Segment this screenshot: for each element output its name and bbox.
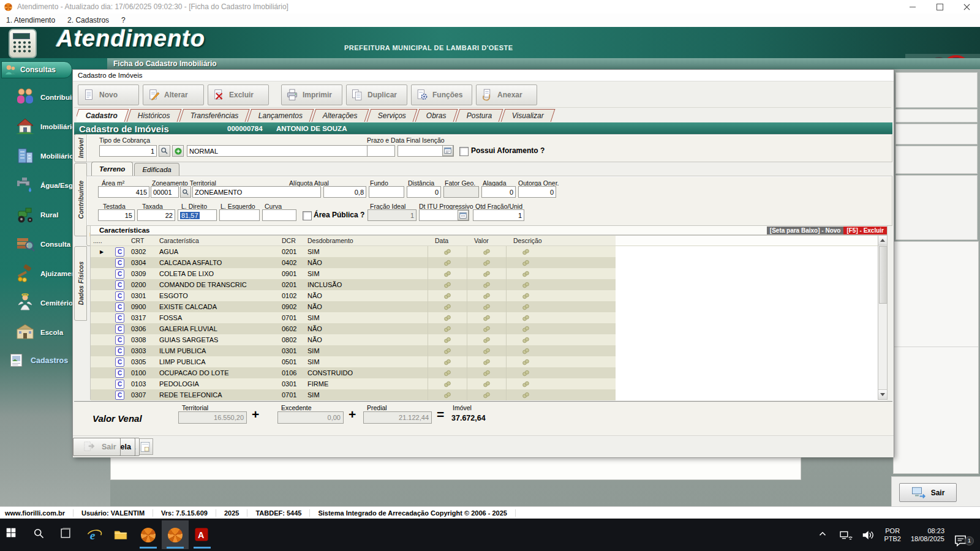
valor-lookup-icon[interactable] bbox=[467, 312, 506, 323]
table-row[interactable]: C 0307 REDE TELEFONICA 0701 SIM bbox=[91, 389, 887, 400]
table-row[interactable]: C 0308 GUIAS SARGETAS 0802 NÃO bbox=[91, 334, 887, 345]
anexar-button[interactable]: Anexar bbox=[476, 84, 537, 105]
tray-chevron-up-icon[interactable] bbox=[817, 528, 831, 542]
tab-visualizar[interactable]: Visualizar bbox=[501, 109, 556, 122]
data-lookup-icon[interactable] bbox=[428, 367, 467, 378]
maximize-button[interactable] bbox=[926, 0, 953, 13]
area-publica-checkbox[interactable] bbox=[303, 211, 312, 220]
tab-edificada[interactable]: Edificada bbox=[134, 163, 179, 176]
task-view-button[interactable] bbox=[54, 520, 81, 549]
menu-help[interactable]: ? bbox=[115, 16, 132, 24]
data-lookup-icon[interactable] bbox=[428, 268, 467, 279]
tab-servicos[interactable]: Serviços bbox=[367, 109, 418, 122]
tab-postura[interactable]: Postura bbox=[455, 109, 503, 122]
table-row[interactable]: C 0302 AGUA 0201 SIM bbox=[91, 246, 887, 257]
valor-lookup-icon[interactable] bbox=[467, 268, 506, 279]
valor-lookup-icon[interactable] bbox=[467, 356, 506, 367]
descricao-lookup-icon[interactable] bbox=[506, 290, 545, 301]
table-row[interactable]: C 0304 CALCADA ASFALTO 0402 NÃO bbox=[91, 257, 887, 268]
descricao-lookup-icon[interactable] bbox=[506, 345, 545, 356]
fiorilli-app-button[interactable] bbox=[135, 520, 162, 549]
descricao-lookup-icon[interactable] bbox=[506, 301, 545, 312]
zoneamento-search-button[interactable] bbox=[180, 186, 191, 198]
clock[interactable]: 08:23 18/08/2025 bbox=[911, 527, 944, 543]
descricao-lookup-icon[interactable] bbox=[506, 257, 545, 268]
minimize-button[interactable] bbox=[899, 0, 926, 13]
fiorilli-app-button-active[interactable] bbox=[162, 520, 189, 549]
table-row[interactable]: C 0100 OCUPACAO DO LOTE 0106 CONSTRUIDO bbox=[91, 367, 887, 378]
excluir-button[interactable]: Excluir bbox=[208, 84, 269, 105]
adobe-reader-button[interactable]: A bbox=[189, 520, 216, 549]
taxada-field[interactable]: 22 bbox=[137, 209, 175, 221]
menu-cadastros[interactable]: 2. Cadastros bbox=[61, 16, 115, 24]
data-isencao-calendar-button[interactable] bbox=[442, 145, 453, 156]
tipo-cobranca-name-field[interactable]: NORMAL bbox=[187, 145, 371, 157]
duplicar-button[interactable]: Duplicar bbox=[346, 84, 407, 105]
tab-obras[interactable]: Obras bbox=[415, 109, 458, 122]
descricao-lookup-icon[interactable] bbox=[506, 246, 545, 257]
start-button[interactable] bbox=[0, 520, 27, 549]
side-tab-imovel[interactable]: Imóvel bbox=[74, 134, 87, 162]
table-row[interactable]: C 0200 COMANDO DE TRANSCRIC 0201 INCLUSÃ… bbox=[91, 279, 887, 290]
internet-explorer-button[interactable]: e bbox=[81, 520, 108, 549]
tab-transferencias[interactable]: Transferências bbox=[179, 109, 249, 122]
data-lookup-icon[interactable] bbox=[428, 389, 467, 400]
descricao-lookup-icon[interactable] bbox=[506, 356, 545, 367]
data-lookup-icon[interactable] bbox=[428, 356, 467, 367]
descricao-lookup-icon[interactable] bbox=[506, 367, 545, 378]
qtd-fracao-field[interactable]: 1 bbox=[473, 209, 524, 221]
descricao-lookup-icon[interactable] bbox=[506, 312, 545, 323]
data-lookup-icon[interactable] bbox=[428, 334, 467, 345]
valor-lookup-icon[interactable] bbox=[467, 301, 506, 312]
descricao-lookup-icon[interactable] bbox=[506, 378, 545, 389]
alterar-button[interactable]: Alterar bbox=[143, 84, 204, 105]
fracao-field[interactable]: 1 bbox=[368, 209, 417, 221]
curva-field[interactable] bbox=[262, 209, 296, 221]
prazo-isencao-field[interactable] bbox=[367, 145, 395, 157]
imprimir-button[interactable]: Imprimir bbox=[281, 84, 342, 105]
side-tab-contribuinte[interactable]: Contribuinte bbox=[74, 163, 87, 236]
tipo-cobranca-field[interactable]: 1 bbox=[99, 145, 157, 157]
table-row[interactable]: C 0303 ILUM PUBLICA 0301 SIM bbox=[91, 345, 887, 356]
menu-atendimento[interactable]: 1. Atendimento bbox=[0, 16, 61, 24]
testada-field[interactable]: 15 bbox=[98, 209, 135, 221]
data-lookup-icon[interactable] bbox=[428, 312, 467, 323]
table-scrollbar[interactable] bbox=[878, 235, 888, 400]
valor-lookup-icon[interactable] bbox=[467, 290, 506, 301]
valor-lookup-icon[interactable] bbox=[467, 378, 506, 389]
zoneamento-name-field[interactable]: ZONEAMENTO bbox=[192, 186, 321, 198]
table-row[interactable]: C 0309 COLETA DE LIXO 0901 SIM bbox=[91, 268, 887, 279]
l-direito-field[interactable]: 81,57 bbox=[178, 209, 217, 221]
descricao-lookup-icon[interactable] bbox=[506, 279, 545, 290]
taskbar-search-button[interactable] bbox=[27, 520, 54, 549]
dt-itu-calendar-button[interactable] bbox=[458, 210, 469, 220]
data-lookup-icon[interactable] bbox=[428, 345, 467, 356]
data-lookup-icon[interactable] bbox=[428, 279, 467, 290]
outorga-field[interactable]: 0 bbox=[518, 186, 556, 198]
data-lookup-icon[interactable] bbox=[428, 257, 467, 268]
area-field[interactable]: 415 bbox=[98, 186, 149, 198]
zoneamento-code-field[interactable]: 00001 bbox=[151, 186, 179, 198]
descricao-lookup-icon[interactable] bbox=[506, 389, 545, 400]
side-tab-dados-fisicos[interactable]: Dados Físicos bbox=[74, 246, 87, 321]
sair-dialog-button[interactable]: Sair bbox=[73, 438, 121, 456]
fundo-field[interactable] bbox=[369, 186, 404, 198]
sidebar-footer-cadastros[interactable]: Cadastros bbox=[7, 352, 68, 369]
tab-lancamentos[interactable]: Lançamentos bbox=[247, 109, 314, 122]
tipo-cobranca-add-button[interactable] bbox=[172, 145, 184, 157]
table-row[interactable]: C 0301 ESGOTO 0102 NÃO bbox=[91, 290, 887, 301]
valor-lookup-icon[interactable] bbox=[467, 257, 506, 268]
valor-lookup-icon[interactable] bbox=[467, 246, 506, 257]
close-button[interactable] bbox=[953, 0, 980, 13]
tab-cadastro[interactable]: Cadastro bbox=[77, 109, 129, 122]
data-lookup-icon[interactable] bbox=[428, 323, 467, 334]
sidebar-header-consultas[interactable]: Consultas bbox=[1, 61, 72, 78]
notification-center-button[interactable]: 1 bbox=[953, 526, 971, 544]
valor-lookup-icon[interactable] bbox=[467, 389, 506, 400]
scroll-down-button[interactable] bbox=[878, 389, 887, 399]
tab-terreno[interactable]: Terreno bbox=[91, 162, 133, 176]
file-explorer-button[interactable] bbox=[108, 520, 135, 549]
data-lookup-icon[interactable] bbox=[428, 378, 467, 389]
tipo-cobranca-search-button[interactable] bbox=[159, 145, 170, 157]
sair-background-button[interactable]: Sair bbox=[899, 483, 957, 502]
